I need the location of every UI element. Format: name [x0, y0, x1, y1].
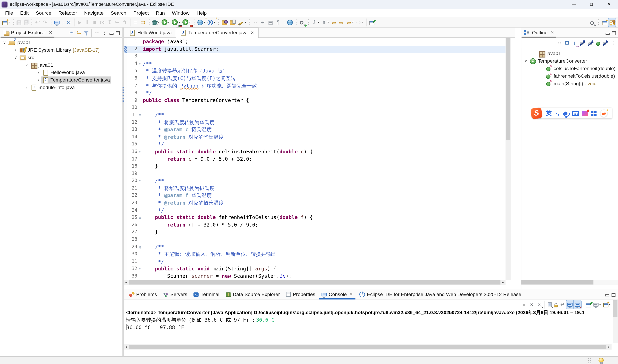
- forward[interactable]: ⇨▾: [355, 18, 364, 26]
- undo[interactable]: ↶: [34, 18, 41, 26]
- outline-horizontal-scrollbar[interactable]: [521, 280, 618, 285]
- open-type[interactable]: [221, 18, 229, 26]
- next-edit-location[interactable]: ⇨: [337, 18, 345, 26]
- next-annotation-dropdown-arrow[interactable]: ▾: [318, 20, 319, 24]
- code-line-7[interactable]: 7 * 与你提供的 Python 程序功能、逻辑完全一致: [127, 83, 505, 90]
- hide-fields[interactable]: F: [578, 39, 586, 47]
- back-dropdown-arrow[interactable]: ▾: [352, 20, 354, 24]
- code-line-19[interactable]: 19: [127, 171, 505, 178]
- expander-icon[interactable]: ∨: [24, 63, 29, 67]
- code-line-13[interactable]: 13 * @param c 摄氏温度: [127, 127, 505, 134]
- tab-problems[interactable]: Problems: [126, 289, 160, 299]
- show-on-stdout[interactable]: [566, 300, 574, 309]
- run-last-launched[interactable]: ⇉: [139, 18, 147, 26]
- code-line-26[interactable]: 26 return (f - 32.0) * 5.0 / 9.0;: [127, 222, 505, 229]
- console-output[interactable]: 请输入要转换的温度与单位（例如 36.6 C 或 97 F）：36.6 C36.…: [126, 316, 612, 331]
- code-line-6[interactable]: 6 * 支持摄氏度(C)与华氏度(F)之间互转: [127, 75, 505, 83]
- highlighter-dropdown-arrow[interactable]: ▾: [245, 20, 246, 24]
- forward-dropdown-arrow[interactable]: ▾: [362, 20, 363, 24]
- tree-item-celsiustofahrenheit-double[interactable]: celsiusToFahrenheit(double): [521, 65, 618, 72]
- tab-servers[interactable]: Servers: [160, 289, 190, 299]
- code-line-9[interactable]: 9public class TemperatureConverter {: [127, 97, 505, 104]
- code-line-5[interactable]: 5 * 温度转换器示例程序（Java 版）: [127, 68, 505, 75]
- previous-annotation[interactable]: ⇧▾: [320, 18, 330, 26]
- tree-item-java01[interactable]: java01: [521, 50, 618, 57]
- expander-icon[interactable]: ∨: [1, 40, 7, 45]
- clear-console[interactable]: ✕: [547, 300, 553, 309]
- scrollbar-thumb[interactable]: [521, 280, 593, 284]
- scrollbar-thumb[interactable]: [129, 280, 500, 284]
- code-line-21[interactable]: 21 * 将华氏度转换为摄氏度: [127, 185, 505, 193]
- last-edit-location[interactable]: ⇦: [330, 18, 337, 26]
- scroll-lock[interactable]: [553, 300, 559, 309]
- editor-vertical-scrollbar[interactable]: [505, 38, 511, 280]
- maximize-view[interactable]: [610, 28, 617, 37]
- run[interactable]: ▾: [160, 18, 171, 26]
- code-line-2[interactable]: 2import java.util.Scanner;: [127, 46, 505, 53]
- minimize-view[interactable]: [604, 28, 610, 37]
- code-line-15[interactable]: 15 */: [127, 141, 505, 148]
- expander-icon[interactable]: ›: [36, 70, 41, 74]
- menu-navigate[interactable]: Navigate: [81, 9, 107, 17]
- fold-collapse-icon[interactable]: ⊖: [137, 112, 143, 119]
- maximize-view[interactable]: [115, 28, 121, 37]
- tab-properties[interactable]: Properties: [283, 289, 318, 299]
- menu-run[interactable]: Run: [152, 9, 168, 17]
- hide-local-types[interactable]: L: [601, 39, 609, 47]
- fold-collapse-icon[interactable]: ⊖: [137, 61, 143, 68]
- step-over[interactable]: ↪: [113, 18, 121, 26]
- skip-all-breakpoints[interactable]: ⊘: [65, 18, 73, 26]
- suspend[interactable]: ‖: [83, 18, 91, 26]
- new-spring-wizard[interactable]: Ⓢ✦▾: [206, 18, 216, 26]
- terminate[interactable]: ■: [91, 18, 99, 26]
- menu-help[interactable]: Help: [193, 9, 210, 17]
- scrollbar-thumb[interactable]: [506, 38, 510, 140]
- collaboration[interactable]: ●●: [252, 18, 259, 26]
- use-step-filters[interactable]: ≣: [132, 18, 139, 26]
- disconnect[interactable]: ⋈: [99, 18, 106, 26]
- fold-collapse-icon[interactable]: ⊖: [137, 148, 143, 156]
- code-line-23[interactable]: 23 * @return 对应的摄氏温度: [127, 200, 505, 207]
- code-line-32[interactable]: 32⊖ public static void main(String[] arg…: [127, 266, 505, 273]
- resume[interactable]: ▶: [76, 18, 83, 26]
- code-line-11[interactable]: 11⊖ /**: [127, 112, 505, 119]
- working-sets[interactable]: ●●: [93, 28, 101, 37]
- toolbox[interactable]: [590, 109, 598, 117]
- new-wizard[interactable]: ▾: [1, 18, 11, 26]
- maximize-view[interactable]: [610, 290, 617, 298]
- filters[interactable]: [83, 28, 90, 37]
- code-line-20[interactable]: 20⊖ /**: [127, 178, 505, 185]
- skin-center[interactable]: [581, 109, 589, 117]
- display-selected-console-dropdown-arrow[interactable]: ▾: [599, 303, 601, 306]
- close-button[interactable]: ✕: [600, 0, 618, 9]
- minimize-button[interactable]: —: [565, 0, 582, 9]
- code-line-27[interactable]: 27 }: [127, 229, 505, 236]
- code-line-22[interactable]: 22 * @param f 华氏温度: [127, 193, 505, 200]
- tips-lightbulb[interactable]: [597, 356, 605, 364]
- code-editor[interactable]: 1package java01;2import java.util.Scanne…: [123, 38, 505, 280]
- menu-source[interactable]: Source: [32, 9, 55, 17]
- minimize-view[interactable]: [108, 28, 115, 37]
- open-search-dialog[interactable]: [298, 18, 306, 26]
- expander-icon[interactable]: ›: [13, 48, 18, 52]
- run-external-tools-dropdown-arrow[interactable]: ▾: [189, 20, 191, 24]
- collapse-all[interactable]: ⊟: [563, 39, 571, 47]
- console-horizontal-scrollbar[interactable]: ◂ ▸: [123, 344, 611, 350]
- open-resource[interactable]: [229, 18, 237, 26]
- expander-icon[interactable]: ›: [36, 78, 41, 82]
- close-icon[interactable]: ✕: [250, 30, 254, 35]
- hide-non-public-members[interactable]: [595, 39, 601, 47]
- menu-refactor[interactable]: Refactor: [55, 9, 81, 17]
- maximize-button[interactable]: □: [582, 0, 600, 9]
- tree-item-java01[interactable]: ∨java01: [0, 61, 122, 69]
- close-icon[interactable]: ✕: [550, 30, 554, 35]
- code-line-18[interactable]: 18 }: [127, 163, 505, 171]
- scroll-right-arrow[interactable]: ▸: [500, 280, 505, 285]
- new-spring-wizard-dropdown-arrow[interactable]: ▾: [214, 20, 215, 24]
- drag-handle[interactable]: [587, 356, 592, 364]
- code-line-8[interactable]: 8 */: [127, 90, 505, 97]
- show-selected-element[interactable]: ▤: [267, 18, 274, 26]
- focus[interactable]: ●●: [556, 39, 563, 47]
- fold-collapse-icon[interactable]: ⊖: [137, 178, 143, 185]
- sort[interactable]: ↓az: [571, 39, 578, 47]
